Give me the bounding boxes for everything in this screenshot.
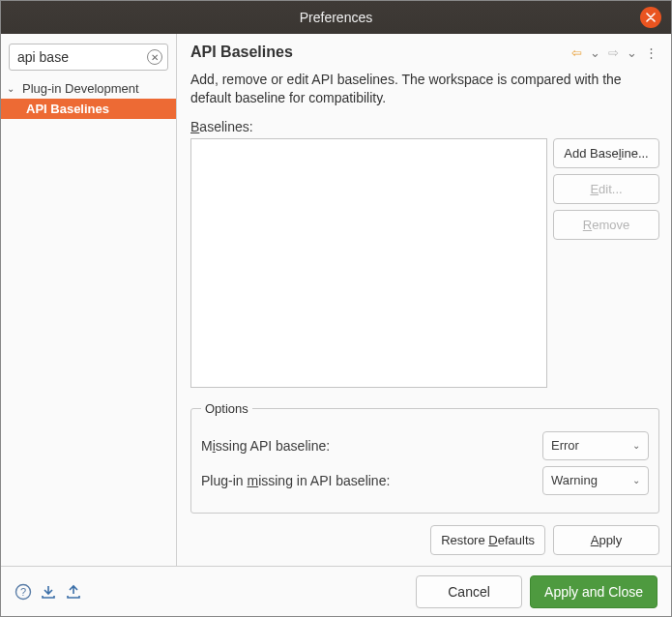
plugin-missing-select[interactable]: Warning ⌄ (542, 466, 649, 495)
missing-baseline-label: Missing API baseline: (201, 438, 330, 454)
close-button[interactable] (640, 7, 661, 28)
chevron-down-icon: ⌄ (7, 83, 18, 94)
menu-icon[interactable]: ⋮ (643, 45, 659, 60)
import-icon[interactable] (40, 583, 57, 601)
sidebar: ✕ ⌄ Plug-in Development API Baselines (1, 34, 177, 566)
cancel-button[interactable]: Cancel (416, 575, 522, 608)
tree-item-api-baselines[interactable]: API Baselines (1, 99, 176, 119)
search-input[interactable] (9, 44, 168, 71)
back-history-dropdown[interactable]: ⌄ (588, 45, 602, 60)
options-group: Options Missing API baseline: Error ⌄ Pl… (190, 401, 659, 514)
apply-and-close-button[interactable]: Apply and Close (530, 575, 657, 608)
chevron-down-icon: ⌄ (632, 475, 640, 485)
options-legend: Options (201, 401, 252, 416)
clear-search-icon[interactable]: ✕ (147, 49, 162, 65)
baselines-listbox[interactable] (190, 138, 547, 388)
titlebar: Preferences (1, 1, 671, 34)
edit-button: Edit... (553, 174, 659, 204)
plugin-missing-label: Plug-in missing in API baseline: (201, 473, 390, 488)
tree-item-plugin-development[interactable]: ⌄ Plug-in Development (1, 78, 176, 99)
preferences-tree: ⌄ Plug-in Development API Baselines (1, 76, 176, 566)
svg-text:?: ? (20, 586, 26, 598)
tree-item-label: Plug-in Development (22, 81, 139, 96)
tree-item-label: API Baselines (26, 102, 109, 116)
apply-button[interactable]: Apply (553, 525, 659, 555)
help-icon[interactable]: ? (15, 583, 32, 601)
select-value: Warning (551, 473, 598, 487)
page-toolbar: ⇦ ⌄ ⇨ ⌄ ⋮ (570, 45, 659, 60)
missing-baseline-select[interactable]: Error ⌄ (542, 431, 649, 460)
page-title: API Baselines (190, 44, 293, 61)
back-icon[interactable]: ⇦ (570, 45, 584, 60)
window-title: Preferences (300, 10, 372, 25)
forward-history-dropdown[interactable]: ⌄ (625, 45, 639, 60)
restore-defaults-button[interactable]: Restore Defaults (430, 525, 545, 555)
baselines-label: Baselines: (190, 119, 659, 134)
add-baseline-button[interactable]: Add Baseline... (553, 138, 659, 168)
remove-button: Remove (553, 210, 659, 240)
page-description: Add, remove or edit API baselines. The w… (190, 71, 659, 107)
export-icon[interactable] (65, 583, 82, 601)
select-value: Error (551, 438, 579, 453)
chevron-down-icon: ⌄ (632, 440, 640, 451)
forward-icon[interactable]: ⇨ (606, 45, 621, 60)
